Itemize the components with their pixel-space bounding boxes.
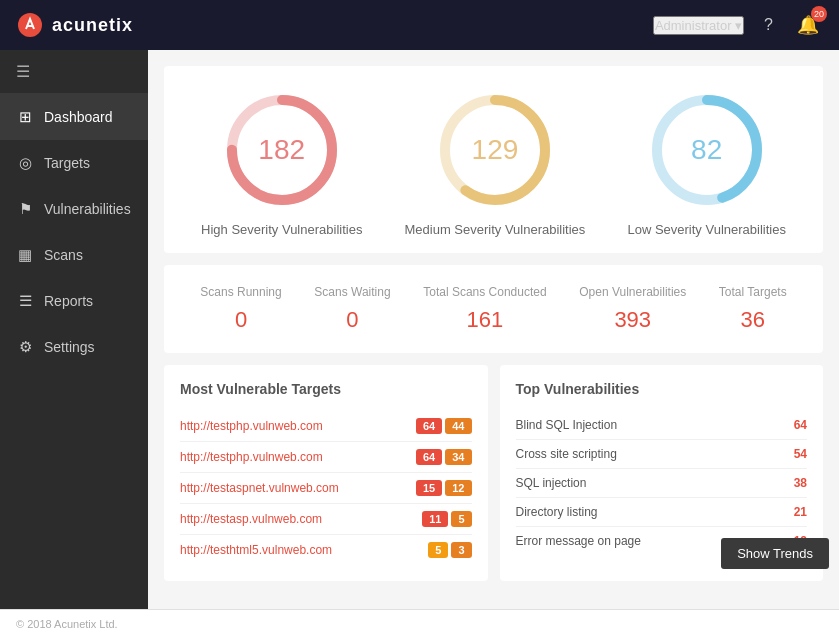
sidebar-label-reports: Reports bbox=[44, 293, 93, 309]
notifications-button[interactable]: 🔔 20 bbox=[793, 10, 823, 40]
stat-scans-running: Scans Running 0 bbox=[200, 285, 281, 333]
stat-scans-waiting-label: Scans Waiting bbox=[314, 285, 390, 299]
sidebar-item-vulnerabilities[interactable]: ⚑ Vulnerabilities bbox=[0, 186, 148, 232]
target-url-2[interactable]: http://testphp.vulnweb.com bbox=[180, 450, 323, 464]
brand: acunetix bbox=[16, 11, 133, 39]
acunetix-logo-icon bbox=[16, 11, 44, 39]
badge-high-4: 11 bbox=[422, 511, 448, 527]
target-url-4[interactable]: http://testasp.vulnweb.com bbox=[180, 512, 322, 526]
stat-total-scans: Total Scans Conducted 161 bbox=[423, 285, 546, 333]
high-severity-item: 182 High Severity Vulnerabilities bbox=[201, 90, 362, 237]
stat-scans-running-value: 0 bbox=[200, 307, 281, 333]
navbar-brand-text: acunetix bbox=[52, 15, 133, 36]
footer: © 2018 Acunetix Ltd. bbox=[0, 609, 839, 638]
stat-open-vulns-value: 393 bbox=[579, 307, 686, 333]
stat-open-vulns-label: Open Vulnerabilities bbox=[579, 285, 686, 299]
medium-severity-donut: 129 bbox=[435, 90, 555, 210]
vulnerable-targets-panel: Most Vulnerable Targets http://testphp.v… bbox=[164, 365, 488, 581]
sidebar-label-scans: Scans bbox=[44, 247, 83, 263]
vuln-name-1: Blind SQL Injection bbox=[516, 418, 618, 432]
table-row: http://testhtml5.vulnweb.com 5 3 bbox=[180, 535, 472, 565]
vuln-name-3: SQL injection bbox=[516, 476, 587, 490]
badge-med-3: 12 bbox=[445, 480, 471, 496]
vuln-count-4: 21 bbox=[794, 505, 807, 519]
sidebar-label-vulnerabilities: Vulnerabilities bbox=[44, 201, 131, 217]
stat-scans-waiting: Scans Waiting 0 bbox=[314, 285, 390, 333]
target-badges-2: 64 34 bbox=[416, 449, 472, 465]
table-row: http://testasp.vulnweb.com 11 5 bbox=[180, 504, 472, 535]
badge-low-5: 5 bbox=[428, 542, 448, 558]
navbar-right: Administrator ▾ ? 🔔 20 bbox=[653, 10, 823, 40]
target-badges-3: 15 12 bbox=[416, 480, 472, 496]
table-row: http://testphp.vulnweb.com 64 44 bbox=[180, 411, 472, 442]
list-item: SQL injection 38 bbox=[516, 469, 808, 498]
target-badges-4: 11 5 bbox=[422, 511, 471, 527]
navbar: acunetix Administrator ▾ ? 🔔 20 bbox=[0, 0, 839, 50]
high-severity-label: High Severity Vulnerabilities bbox=[201, 222, 362, 237]
settings-icon: ⚙ bbox=[16, 338, 34, 356]
list-item: Cross site scripting 54 bbox=[516, 440, 808, 469]
medium-severity-item: 129 Medium Severity Vulnerabilities bbox=[404, 90, 585, 237]
sidebar-item-reports[interactable]: ☰ Reports bbox=[0, 278, 148, 324]
stat-total-targets: Total Targets 36 bbox=[719, 285, 787, 333]
medium-severity-label: Medium Severity Vulnerabilities bbox=[404, 222, 585, 237]
sidebar-item-dashboard[interactable]: ⊞ Dashboard bbox=[0, 94, 148, 140]
sidebar-label-targets: Targets bbox=[44, 155, 90, 171]
high-severity-value: 182 bbox=[258, 134, 305, 166]
scans-icon: ▦ bbox=[16, 246, 34, 264]
sidebar-menu-icon[interactable]: ☰ bbox=[0, 50, 148, 94]
notification-count: 20 bbox=[811, 6, 827, 22]
vuln-count-2: 54 bbox=[794, 447, 807, 461]
target-url-1[interactable]: http://testphp.vulnweb.com bbox=[180, 419, 323, 433]
badge-med-2: 34 bbox=[445, 449, 471, 465]
table-row: http://testphp.vulnweb.com 64 34 bbox=[180, 442, 472, 473]
sidebar-item-settings[interactable]: ⚙ Settings bbox=[0, 324, 148, 370]
target-badges-5: 5 3 bbox=[428, 542, 471, 558]
sidebar-item-targets[interactable]: ◎ Targets bbox=[0, 140, 148, 186]
badge-med-1: 44 bbox=[445, 418, 471, 434]
show-trends-button[interactable]: Show Trends bbox=[721, 538, 829, 569]
vuln-count-1: 64 bbox=[794, 418, 807, 432]
donut-section: 182 High Severity Vulnerabilities 129 Me… bbox=[164, 66, 823, 253]
targets-icon: ◎ bbox=[16, 154, 34, 172]
vuln-count-3: 38 bbox=[794, 476, 807, 490]
sidebar-item-scans[interactable]: ▦ Scans bbox=[0, 232, 148, 278]
target-badges-1: 64 44 bbox=[416, 418, 472, 434]
low-severity-item: 82 Low Severity Vulnerabilities bbox=[627, 90, 785, 237]
vuln-list: Blind SQL Injection 64 Cross site script… bbox=[516, 411, 808, 555]
stat-total-scans-value: 161 bbox=[423, 307, 546, 333]
reports-icon: ☰ bbox=[16, 292, 34, 310]
stats-section: Scans Running 0 Scans Waiting 0 Total Sc… bbox=[164, 265, 823, 353]
low-severity-value: 82 bbox=[691, 134, 722, 166]
sidebar: ☰ ⊞ Dashboard ◎ Targets ⚑ Vulnerabilitie… bbox=[0, 50, 148, 609]
low-severity-label: Low Severity Vulnerabilities bbox=[627, 222, 785, 237]
main-layout: ☰ ⊞ Dashboard ◎ Targets ⚑ Vulnerabilitie… bbox=[0, 50, 839, 609]
stat-total-targets-value: 36 bbox=[719, 307, 787, 333]
target-list: http://testphp.vulnweb.com 64 44 http://… bbox=[180, 411, 472, 565]
vulnerable-targets-title: Most Vulnerable Targets bbox=[180, 381, 472, 397]
user-menu-button[interactable]: Administrator ▾ bbox=[653, 16, 744, 35]
badge-med-4: 5 bbox=[451, 511, 471, 527]
badge-high-2: 64 bbox=[416, 449, 442, 465]
badge-med-5: 3 bbox=[451, 542, 471, 558]
vulnerabilities-icon: ⚑ bbox=[16, 200, 34, 218]
sidebar-label-settings: Settings bbox=[44, 339, 95, 355]
badge-high-3: 15 bbox=[416, 480, 442, 496]
footer-text: © 2018 Acunetix Ltd. bbox=[16, 618, 118, 630]
top-vulnerabilities-title: Top Vulnerabilities bbox=[516, 381, 808, 397]
target-url-5[interactable]: http://testhtml5.vulnweb.com bbox=[180, 543, 332, 557]
stat-scans-running-label: Scans Running bbox=[200, 285, 281, 299]
list-item: Directory listing 21 bbox=[516, 498, 808, 527]
low-severity-donut: 82 bbox=[647, 90, 767, 210]
high-severity-donut: 182 bbox=[222, 90, 342, 210]
vuln-name-2: Cross site scripting bbox=[516, 447, 617, 461]
table-row: http://testaspnet.vulnweb.com 15 12 bbox=[180, 473, 472, 504]
stat-scans-waiting-value: 0 bbox=[314, 307, 390, 333]
badge-high-1: 64 bbox=[416, 418, 442, 434]
target-url-3[interactable]: http://testaspnet.vulnweb.com bbox=[180, 481, 339, 495]
main-content: 182 High Severity Vulnerabilities 129 Me… bbox=[148, 50, 839, 609]
vuln-name-5: Error message on page bbox=[516, 534, 641, 548]
stat-open-vulns: Open Vulnerabilities 393 bbox=[579, 285, 686, 333]
help-button[interactable]: ? bbox=[760, 12, 777, 38]
vuln-name-4: Directory listing bbox=[516, 505, 598, 519]
